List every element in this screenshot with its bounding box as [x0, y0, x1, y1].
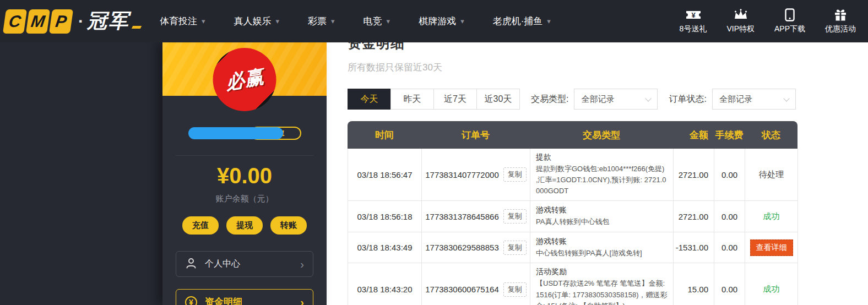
avatar: 必赢 — [213, 48, 276, 111]
nav-shortcuts: ¥ 8号送礼 VIP特权 APP下载 优惠活动 — [680, 8, 858, 34]
nav-item-label: 棋牌游戏 — [419, 15, 456, 28]
copy-button[interactable]: 复制 — [503, 241, 527, 255]
shortcut-label: 8号送礼 — [680, 24, 707, 34]
copy-button[interactable]: 复制 — [503, 167, 527, 182]
chevron-down-icon: ▾ — [331, 17, 335, 25]
col-header-amount: 金额 — [673, 121, 714, 149]
copy-button[interactable]: 复制 — [503, 209, 527, 224]
gift-icon — [834, 8, 847, 21]
tab-last7days[interactable]: 近7天 — [433, 89, 477, 110]
col-header-status: 状态 — [745, 121, 798, 149]
transfer-button[interactable]: 转账 — [270, 216, 307, 235]
person-icon — [185, 257, 197, 271]
chevron-down-icon: ▾ — [460, 17, 464, 25]
shortcut-app-download[interactable]: APP下载 — [774, 8, 805, 34]
tab-last30days[interactable]: 近30天 — [476, 89, 520, 110]
nav-item-lottery[interactable]: 彩票 ▾ — [308, 15, 335, 28]
view-details-button[interactable]: 查看详细 — [750, 239, 793, 256]
col-header-type: 交易类型 — [530, 121, 673, 149]
filter-bar: 今天 昨天 近7天 近30天 交易类型: 全部记录 订单状态: 全部记录 — [348, 89, 868, 110]
type-title: 提款 — [536, 153, 551, 162]
shortcut-vip[interactable]: VIP特权 — [726, 8, 755, 34]
order-number: 1773831378645866 — [425, 212, 498, 221]
sidebar-item-fund-details[interactable]: ¥ 资金明细 › — [176, 289, 313, 305]
account-balance-label: 账户余额（元） — [162, 194, 327, 204]
page-title: 资金明细 — [348, 42, 868, 52]
sidebar-item-personal-center[interactable]: 个人中心 › — [176, 251, 313, 277]
order-number: 1773830600675164 — [425, 285, 498, 294]
nav-item-label: 电竞 — [364, 15, 382, 28]
sidebar-item-label: 个人中心 — [205, 258, 240, 270]
type-description: 中心钱包转账到PA真人[游戏免转] — [536, 248, 642, 259]
cell-status: 成功 — [745, 201, 798, 232]
chevron-down-icon: ▾ — [547, 17, 551, 25]
main-content: 资金明细 所有数据只保留近30天 今天 昨天 近7天 近30天 交易类型: 全部… — [327, 42, 868, 305]
order-status-label: 订单状态: — [669, 94, 706, 105]
cell-fee: 0.00 — [714, 149, 745, 201]
cell-order: 1773830600675164 复制 — [422, 263, 530, 305]
tab-today[interactable]: 今天 — [348, 89, 391, 110]
order-number: 1773831407772000 — [425, 170, 498, 179]
order-status-value: 全部记录 — [719, 94, 752, 105]
type-title: 游戏转账 — [536, 205, 567, 215]
shortcut-gift-day8[interactable]: ¥ 8号送礼 — [680, 8, 707, 34]
nav-item-label: 彩票 — [308, 15, 327, 28]
retention-notice: 所有数据只保留近30天 — [348, 61, 868, 74]
table-row: 03/18 18:43:20 1773830600675164 复制 活动奖励 … — [348, 263, 798, 305]
type-description: 提款到数字GO钱包:eb1004***f266(免提) ,汇率=1GODT:1.… — [536, 164, 668, 197]
cell-status: 查看详细 — [745, 232, 798, 263]
status-badge: 待处理 — [759, 170, 784, 180]
tab-yesterday[interactable]: 昨天 — [390, 89, 434, 110]
nav-item-live-casino[interactable]: 真人娱乐 ▾ — [234, 15, 280, 28]
logo-dash — [132, 26, 142, 29]
main-menu: 体育投注 ▾ 真人娱乐 ▾ 彩票 ▾ 电竞 ▾ 棋牌游戏 ▾ 老虎机·捕鱼 ▾ — [160, 15, 551, 28]
logo-letter-p: P — [49, 9, 73, 34]
logo-letter-m: M — [26, 9, 50, 34]
cell-type: 游戏转账 PA真人转账到中心钱包 — [530, 201, 674, 232]
nav-item-board-games[interactable]: 棋牌游戏 ▾ — [419, 15, 464, 28]
vip-progress-bar — [188, 127, 283, 139]
ticket-yuan-icon: ¥ — [686, 8, 701, 21]
cell-status: 成功 — [745, 263, 798, 305]
copy-button[interactable]: 复制 — [503, 282, 527, 297]
vip-progress: VIP.1 — [188, 127, 301, 140]
cell-status: 待处理 — [745, 149, 798, 201]
deposit-button[interactable]: 充值 — [182, 216, 219, 235]
chevron-down-icon: ▾ — [276, 17, 280, 25]
shortcut-label: APP下载 — [774, 24, 805, 34]
table-row: 03/18 18:56:18 1773831378645866 复制 游戏转账 … — [348, 201, 798, 232]
nav-item-label: 体育投注 — [160, 15, 197, 28]
brand-logo[interactable]: C M P · 冠军 — [4, 8, 141, 35]
nav-item-esports[interactable]: 电竞 ▾ — [364, 15, 390, 28]
sidebar-item-label: 资金明细 — [205, 296, 242, 305]
left-background — [0, 42, 162, 305]
crown-icon — [734, 8, 748, 21]
chevron-down-icon: ▾ — [387, 17, 390, 25]
nav-item-sports[interactable]: 体育投注 ▾ — [160, 15, 205, 28]
cell-time: 03/18 18:43:49 — [348, 232, 422, 263]
cell-amount: -1531.00 — [674, 232, 714, 263]
transaction-type-label: 交易类型: — [531, 94, 568, 105]
transaction-type-select[interactable]: 全部记录 — [574, 89, 658, 110]
cell-order: 1773831407772000 复制 — [422, 149, 530, 201]
cell-time: 03/18 18:56:18 — [348, 201, 422, 232]
chevron-right-icon: › — [300, 297, 304, 305]
nav-item-slots-fishing[interactable]: 老虎机·捕鱼 ▾ — [493, 15, 551, 28]
type-description: PA真人转账到中心钱包 — [536, 216, 609, 227]
logo-separator: · — [78, 12, 84, 31]
order-status-select[interactable]: 全部记录 — [712, 89, 796, 110]
transactions-table: 时间 订单号 交易类型 金额 手续费 状态 03/18 18:56:47 177… — [348, 121, 798, 305]
cell-time: 03/18 18:56:47 — [348, 149, 422, 201]
cell-type: 活动奖励 【USDT存款送2% 笔笔存 笔笔送】金额: 1516(订单: 177… — [530, 263, 674, 305]
cell-fee: 0.00 — [714, 232, 745, 263]
cell-type: 游戏转账 中心钱包转账到PA真人[游戏免转] — [530, 232, 674, 263]
withdraw-button[interactable]: 提现 — [226, 216, 263, 235]
shortcut-promotions[interactable]: 优惠活动 — [825, 8, 856, 34]
chevron-down-icon: ▾ — [202, 17, 205, 25]
shortcut-label: VIP特权 — [726, 24, 755, 34]
wallet-actions: 充值 提现 转账 — [162, 216, 327, 235]
order-number: 1773830629588853 — [425, 243, 498, 252]
status-badge: 成功 — [763, 284, 780, 295]
cell-amount: 2721.00 — [674, 201, 714, 232]
cell-fee: 0.00 — [714, 263, 745, 305]
